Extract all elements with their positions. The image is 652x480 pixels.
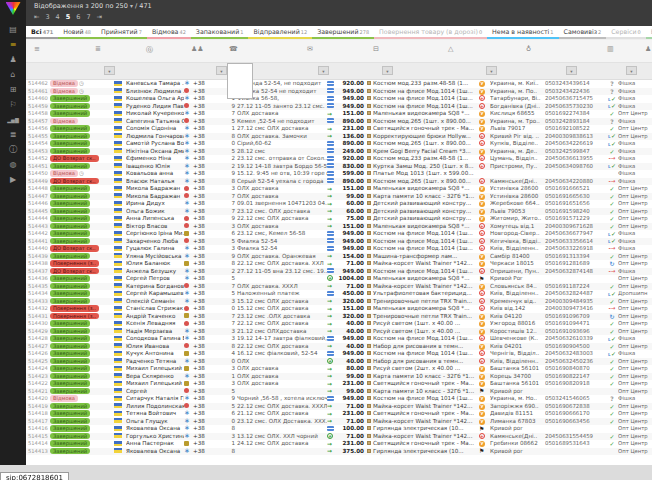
table-row[interactable]: 514454ЗавершенийСамотій Руслана Во..∗+38… xyxy=(26,140,652,148)
client-phone[interactable]: +38 xyxy=(193,223,213,231)
order-comment[interactable]: Фиалка 52-54 xyxy=(237,245,327,253)
client-name[interactable]: Анжела Безушку xyxy=(126,268,184,276)
ttn-number[interactable]: 0501691313394 xyxy=(545,253,606,261)
order-comment[interactable]: 15.12. 9:45 не отв, 10:39 горе в... xyxy=(237,170,327,178)
orders-icon[interactable]: ≡ xyxy=(3,38,23,52)
client-name[interactable]: Солодкова Галина В.. xyxy=(126,335,184,343)
table-row[interactable]: 514443ЗавершенийВіктор Власов+383ОЛХ дос… xyxy=(26,223,652,231)
client-name[interactable]: Юлия Баланюк xyxy=(126,260,184,268)
product-name[interactable]: Рисуй светом (2шт. х 40.00 ... xyxy=(367,365,479,373)
client-phone[interactable]: +38 xyxy=(193,328,213,336)
address-column-icon[interactable]: ♁ xyxy=(526,45,531,53)
client-phone[interactable]: +38 xyxy=(193,155,213,163)
client-phone[interactable]: +38 xyxy=(193,358,213,366)
order-comment[interactable]: 23.12 смс, Кемел 56-58 xyxy=(237,230,327,238)
comment-column-icon[interactable]: ✉ xyxy=(307,45,313,53)
page-button-3[interactable]: 3 xyxy=(45,13,49,21)
ttn-column-icon[interactable]: ▥ xyxy=(607,45,614,53)
product-name[interactable]: Куртка Замш Мод. 250 (1шт. х 8... xyxy=(367,163,479,171)
client-name[interactable]: Радченко Тетяна xyxy=(126,358,184,366)
ttn-number[interactable]: 20450636613955 xyxy=(545,155,606,163)
column-filter-dropdown[interactable]: ▾ xyxy=(382,66,393,75)
client-name[interactable]: Анна Липенська xyxy=(126,215,184,223)
ttn-number[interactable]: 0503242599847 xyxy=(545,148,606,156)
order-comment[interactable]: 22.12 смс ОЛХ доставка xyxy=(237,320,327,328)
ttn-number[interactable]: 0501691093696 xyxy=(545,328,606,336)
table-row[interactable]: 514419ЗавершенийЛилия Подолинская+38522.… xyxy=(26,403,652,411)
client-name[interactable]: Каневська Тамара .. xyxy=(126,80,184,88)
order-comment[interactable]: 19.12 14-17 завтра фіалковий,.. xyxy=(237,335,327,343)
table-row[interactable]: 514442ЗавершенийСергіюнко Іріна Ми..+386… xyxy=(26,230,652,238)
client-name[interactable]: Андрій Ткаченко xyxy=(126,313,184,321)
order-comment[interactable]: 23.12 смс. отправка от Сокол... xyxy=(237,155,327,163)
tab-В дорозі додому[interactable]: В дорозі додому0 xyxy=(646,26,652,39)
ttn-number[interactable]: 20400309473416 xyxy=(545,305,606,313)
client-name[interactable]: Захарченко Люба xyxy=(126,238,184,246)
table-row[interactable]: 514439ЗавершенийУляна Мусійовська∗+389ОЛ… xyxy=(26,253,652,261)
product-name[interactable]: Маленькая видеокамера SQ8 *... xyxy=(367,275,479,283)
ttn-number[interactable]: 0501691096709 xyxy=(545,313,606,321)
first-page-button[interactable]: ⇤ xyxy=(34,13,39,21)
client-name[interactable]: Лилия Подолинская xyxy=(126,403,184,411)
client-phone[interactable]: +38 xyxy=(193,238,213,246)
table-row[interactable]: 514436ЗавершенийСергей Петров∗+385₴1004.… xyxy=(26,275,652,283)
client-name[interactable]: Іващенко Юлія xyxy=(126,163,184,171)
client-name[interactable]: Яковалева Оксана xyxy=(126,425,184,433)
company-column-icon[interactable]: ♟ xyxy=(645,45,651,53)
table-row[interactable]: 514449ДО Возврат ск..Власюк Наталья∗+388… xyxy=(26,178,652,186)
order-comment[interactable]: 28.12 смс xyxy=(237,148,327,156)
ttn-number[interactable]: 20450633356614 xyxy=(545,238,606,246)
table-row[interactable]: 514426ЗавершенийКучук Антонина+38416.12 … xyxy=(26,350,652,358)
statistics-icon[interactable]: ▂▅▇ xyxy=(3,113,23,127)
ttn-number[interactable]: 0501691598240 xyxy=(545,208,606,216)
ttn-number[interactable]: 20450632450236 xyxy=(545,358,606,366)
client-name[interactable]: Ирина Дидух xyxy=(126,200,184,208)
client-phone[interactable]: +38 xyxy=(193,283,213,291)
product-name[interactable]: Карта памяти 10 класс - 32Гб *1... xyxy=(367,193,479,201)
table-row[interactable]: 514456ЗавершенийСоломія Сідоніна∗+38127.… xyxy=(26,125,652,133)
client-name[interactable]: Сергіюнко Іріна Ми.. xyxy=(126,230,184,238)
client-phone[interactable]: +38 xyxy=(193,193,213,201)
client-name[interactable]: Яковалева Оксана xyxy=(126,448,184,456)
column-filter-dropdown[interactable]: ▾ xyxy=(216,66,227,75)
ttn-number[interactable]: 0501690672838 xyxy=(545,403,606,411)
client-phone[interactable]: +38 xyxy=(193,320,213,328)
ttn-number[interactable]: 0503243439614 xyxy=(545,80,606,88)
column-filter-dropdown[interactable]: ▾ xyxy=(486,66,497,75)
order-comment[interactable]: 22.12 смс ОЛХ доставка xyxy=(237,215,327,223)
product-name[interactable]: Майка-корсет Waist Trainer *142... xyxy=(367,283,479,291)
ttn-number[interactable]: 20450632483003 xyxy=(545,350,606,358)
ttn-number[interactable]: 0503241546065 xyxy=(545,395,606,403)
client-phone[interactable]: +38 xyxy=(193,170,213,178)
product-name[interactable]: Майка-корсет Waist Trainer *142... xyxy=(367,433,479,441)
product-column-icon[interactable]: △ xyxy=(448,45,453,53)
column-filter-dropdown[interactable]: ▾ xyxy=(566,66,577,75)
client-phone[interactable]: +38 xyxy=(193,395,213,403)
ttn-number[interactable]: 20450635730230 xyxy=(545,103,606,111)
ttn-number[interactable]: 20450632610339 xyxy=(545,335,606,343)
client-phone[interactable]: +38 xyxy=(193,103,213,111)
client-name[interactable]: Ситарчук Наталія Гр.. xyxy=(126,395,184,403)
table-row[interactable]: 514427ЗавершенийЮлия Иванова+38822.12 см… xyxy=(26,343,652,351)
table-row[interactable]: 514430ЗавершенийКсенія Левадняя+38722.12… xyxy=(26,320,652,328)
client-name[interactable]: Катерина Богданова xyxy=(126,283,184,291)
client-name[interactable]: Уляна Мусійовська xyxy=(126,253,184,261)
client-phone[interactable]: +38 xyxy=(193,440,213,448)
table-row[interactable]: 514420ВідмоваСитарчук Наталія Гр..∗+389Ч… xyxy=(26,395,652,403)
client-phone[interactable]: +38 xyxy=(193,245,213,253)
table-row[interactable]: 514448ЗавершенийМикола Бадражан+383ОЛХ д… xyxy=(26,185,652,193)
tab-Новий[interactable]: Новий48 xyxy=(58,26,96,39)
client-name[interactable]: Власюк Наталья xyxy=(126,178,184,186)
last-page-button[interactable]: ⇥ xyxy=(97,13,102,21)
product-name[interactable]: Карта памяти 10 класс - 32Гб *1... xyxy=(367,373,479,381)
order-comment[interactable]: Кемел ,52-54 не подходит xyxy=(237,118,327,126)
ttn-number[interactable]: 0501690666170 xyxy=(545,410,606,418)
product-name[interactable]: Костюм на флисе Мод.1014 (1ш... xyxy=(367,335,479,343)
order-id-column-icon[interactable]: ≡ xyxy=(34,45,40,53)
table-row[interactable]: 514452ДО Возврат ск..Єфименко Ніна∗+3822… xyxy=(26,155,652,163)
page-button-4[interactable]: 4 xyxy=(56,13,60,21)
phone-filter-input[interactable] xyxy=(227,63,253,99)
ttn-number[interactable]: 0501691665630 xyxy=(545,193,606,201)
order-comment[interactable]: ОЛХ доставка xyxy=(237,110,327,118)
client-phone[interactable]: +38 xyxy=(193,163,213,171)
